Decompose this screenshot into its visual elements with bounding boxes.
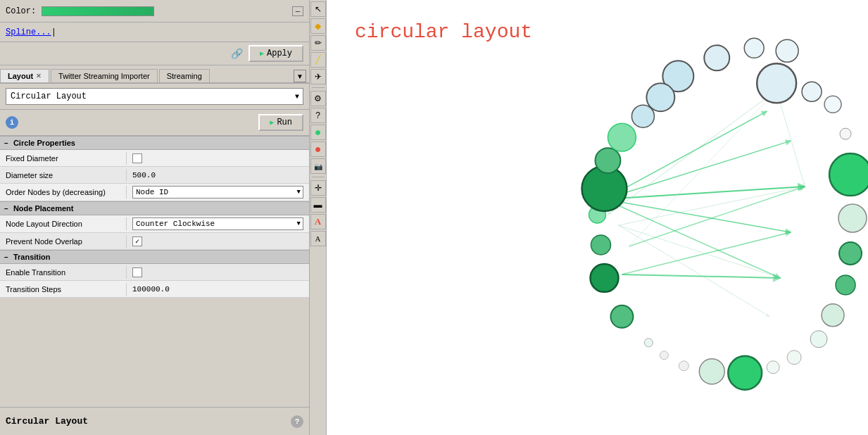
prevent-overlap-row: Prevent Node Overlap (0, 233, 309, 250)
svg-point-16 (744, 38, 764, 58)
svg-point-22 (829, 153, 868, 196)
top-bar: Color: ─ (0, 0, 309, 23)
gear-tool-button[interactable]: ⚙ (310, 91, 326, 106)
enable-transition-label: Enable Transition (0, 266, 127, 279)
text-a-small-button[interactable]: A (310, 231, 326, 246)
tab-layout[interactable]: Layout ✕ (0, 69, 49, 82)
color-label: Color: (6, 6, 36, 16)
svg-point-25 (836, 275, 855, 295)
tab-streaming-label: Streaming (167, 72, 202, 80)
order-nodes-value: Node ID Degree Name ▼ (127, 184, 309, 201)
unknown-tool-button[interactable]: ? (310, 108, 326, 123)
bottom-title: Circular Layout (6, 416, 88, 427)
order-nodes-select[interactable]: Node ID Degree Name (132, 186, 303, 198)
node-placement-collapse[interactable]: − (4, 205, 8, 213)
tab-twitter-label: Twitter Streaming Importer (58, 72, 150, 80)
spline-row: Spline... | (0, 23, 309, 42)
tab-twitter[interactable]: Twitter Streaming Importer (51, 69, 158, 82)
node-layout-direction-select[interactable]: Counter Clockwise Clockwise (132, 218, 303, 230)
svg-point-23 (838, 204, 867, 232)
spline-cursor: | (51, 27, 56, 37)
layout-select-wrapper: Circular Layout Force Directed Layout Hi… (6, 88, 303, 105)
info-icon[interactable]: i (6, 116, 18, 129)
tab-collapse-button[interactable]: ▼ (294, 70, 306, 82)
circle-properties-header: − Circle Properties (0, 136, 309, 150)
red-circle-button[interactable]: ● (310, 141, 326, 157)
layout-selector-row: Circular Layout Force Directed Layout Hi… (0, 84, 309, 110)
cursor-tool-button[interactable]: ↖ (310, 1, 326, 17)
svg-point-31 (699, 359, 724, 384)
fixed-diameter-label: Fixed Diameter (0, 152, 127, 165)
circle-properties-title: Circle Properties (13, 139, 75, 147)
move-tool-button[interactable]: ✛ (310, 180, 326, 196)
svg-point-21 (840, 128, 851, 139)
svg-point-32 (679, 361, 688, 371)
transition-steps-text: 100000.0 (132, 285, 170, 294)
transition-steps-row: Transition Steps 100000.0 (0, 281, 309, 298)
svg-line-10 (618, 225, 780, 278)
minimize-button[interactable]: ─ (292, 6, 303, 16)
run-button[interactable]: ▶ Run (258, 114, 303, 131)
spline-link[interactable]: Spline... (6, 27, 51, 37)
bottom-status: Circular Layout ? (0, 407, 309, 435)
plane-tool-button[interactable]: ✈ (310, 69, 326, 84)
green-circle-button[interactable]: ● (310, 125, 326, 140)
node-placement-header: − Node Placement (0, 201, 309, 215)
pencil-tool-button[interactable]: ✏ (310, 35, 326, 51)
line-tool-button[interactable]: ╱ (310, 52, 326, 68)
node-layout-direction-value: Counter Clockwise Clockwise ▼ (127, 215, 309, 232)
transition-collapse[interactable]: − (4, 253, 8, 261)
tab-layout-close[interactable]: ✕ (36, 72, 42, 80)
camera-button[interactable]: 📷 (310, 158, 326, 174)
svg-point-29 (767, 361, 779, 374)
svg-point-37 (591, 235, 611, 255)
apply-button[interactable]: ▶ Apply (249, 45, 303, 62)
enable-transition-checkbox[interactable] (132, 267, 142, 277)
transition-steps-value: 100000.0 (127, 283, 309, 296)
svg-point-27 (810, 331, 827, 348)
prevent-overlap-checkbox[interactable] (132, 237, 142, 246)
diamond-tool-button[interactable]: ◆ (310, 18, 326, 34)
help-icon[interactable]: ? (291, 415, 303, 428)
node-layout-direction-label: Node Layout Direction (0, 218, 127, 230)
svg-point-43 (646, 83, 674, 111)
run-label: Run (277, 118, 292, 127)
diameter-size-value: 500.0 (127, 169, 309, 182)
left-panel: Color: ─ Spline... | 🔗 ▶ Apply Layout ✕ … (0, 0, 310, 435)
transition-steps-label: Transition Steps (0, 283, 127, 296)
info-run-row: i ▶ Run (0, 110, 309, 136)
node-layout-direction-row: Node Layout Direction Counter Clockwise … (0, 215, 309, 233)
tab-bar-end: ▼ (294, 70, 309, 82)
svg-point-40 (596, 148, 621, 173)
run-play-icon: ▶ (270, 118, 274, 127)
order-nodes-label: Order Nodes by (decreasing) (0, 186, 127, 198)
prevent-overlap-value (127, 234, 309, 248)
layout-select[interactable]: Circular Layout Force Directed Layout Hi… (6, 88, 303, 105)
order-nodes-select-wrapper: Node ID Degree Name ▼ (132, 186, 303, 198)
rect-tool-button[interactable]: ▬ (310, 197, 326, 213)
svg-line-1 (604, 141, 791, 199)
svg-line-3 (604, 199, 791, 232)
svg-point-17 (776, 39, 798, 62)
svg-point-20 (824, 96, 841, 113)
circle-properties-collapse[interactable]: − (4, 139, 8, 147)
node-layout-direction-select-wrapper: Counter Clockwise Clockwise ▼ (132, 218, 303, 230)
text-a-button[interactable]: A (310, 214, 326, 229)
fixed-diameter-checkbox[interactable] (132, 153, 142, 163)
svg-point-15 (704, 45, 729, 70)
svg-point-34 (644, 339, 653, 347)
svg-point-18 (757, 63, 796, 103)
tab-streaming[interactable]: Streaming (159, 69, 210, 82)
canvas-area: circular layout (327, 0, 868, 435)
svg-point-30 (728, 356, 762, 390)
svg-line-6 (776, 90, 805, 187)
toolbar: ↖ ◆ ✏ ╱ ✈ ⚙ ? ● ● 📷 ✛ ▬ A A (310, 0, 327, 435)
fixed-diameter-value (127, 151, 309, 165)
svg-point-41 (608, 123, 636, 151)
order-nodes-row: Order Nodes by (decreasing) Node ID Degr… (0, 184, 309, 201)
apply-row: 🔗 ▶ Apply (0, 42, 309, 65)
svg-point-35 (610, 305, 633, 328)
properties-panel: − Circle Properties Fixed Diameter Diame… (0, 136, 309, 407)
apply-label: Apply (267, 49, 292, 58)
diameter-size-label: Diameter size (0, 169, 127, 182)
